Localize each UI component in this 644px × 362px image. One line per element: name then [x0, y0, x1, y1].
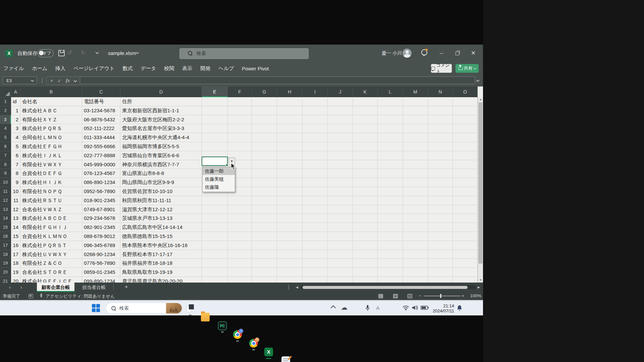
ribbon-tab-6[interactable]: データ [141, 65, 156, 72]
cell-E2[interactable] [202, 106, 228, 115]
cell-K2[interactable] [353, 106, 378, 115]
cell-J17[interactable] [328, 241, 353, 250]
cell-H2[interactable] [277, 106, 303, 115]
cell-O18[interactable] [453, 250, 478, 259]
cell-F1[interactable] [228, 97, 252, 106]
page-break-view-icon[interactable] [408, 294, 412, 298]
cell-G9[interactable] [252, 169, 277, 178]
vertical-scroll-thumb[interactable] [479, 103, 482, 263]
cell-K5[interactable] [353, 133, 378, 142]
cell-K17[interactable] [353, 241, 378, 250]
ribbon-tab-3[interactable]: 挿入 [55, 65, 65, 72]
speaker-icon[interactable] [412, 305, 418, 310]
cell-C18[interactable]: 0268-90-1234 [82, 250, 120, 259]
cell-A20[interactable]: 19 [11, 268, 20, 277]
cell-B2[interactable]: 株式会社ＡＢＣ [20, 106, 82, 115]
cell-E1[interactable] [202, 97, 228, 106]
row-header-10[interactable]: 10 [0, 178, 11, 187]
cell-M20[interactable] [403, 268, 428, 277]
row-header-14[interactable]: 14 [0, 214, 11, 223]
cell-H14[interactable] [277, 214, 303, 223]
cell-I1[interactable] [303, 97, 328, 106]
cell-I14[interactable] [303, 214, 328, 223]
horizontal-scrollbar[interactable] [301, 285, 476, 289]
cell-M5[interactable] [403, 133, 428, 142]
column-header-G[interactable]: G [252, 86, 277, 97]
cell-G8[interactable] [252, 160, 277, 169]
cell-F3[interactable] [228, 115, 252, 124]
cell-J18[interactable] [328, 250, 353, 259]
cell-M3[interactable] [403, 115, 428, 124]
cell-D1[interactable]: 住所 [120, 97, 202, 106]
cell-J2[interactable] [328, 106, 353, 115]
cell-M9[interactable] [403, 169, 428, 178]
cell-I20[interactable] [303, 268, 328, 277]
cell-C5[interactable]: 011-333-4444 [82, 133, 120, 142]
undo-icon[interactable]: ↺ [67, 49, 72, 56]
cell-C6[interactable]: 092-555-6666 [82, 142, 120, 151]
cell-O13[interactable] [453, 205, 478, 214]
cell-O16[interactable] [453, 232, 478, 241]
horizontal-scroll-thumb[interactable] [303, 286, 468, 289]
cell-F2[interactable] [228, 106, 252, 115]
row-header-18[interactable]: 18 [0, 250, 11, 259]
cell-O10[interactable] [453, 178, 478, 187]
cell-N1[interactable] [428, 97, 453, 106]
cell-L1[interactable] [378, 97, 403, 106]
cell-F13[interactable] [228, 205, 252, 214]
cell-G18[interactable] [252, 250, 277, 259]
column-header-N[interactable]: N [428, 86, 453, 97]
excel-app-icon[interactable]: X [5, 50, 13, 57]
cell-M17[interactable] [403, 241, 428, 250]
cell-B19[interactable]: 有限会社Ｚ＆ＣＯ [20, 259, 82, 268]
cell-M16[interactable] [403, 232, 428, 241]
cell-D7[interactable]: 宮城県仙台市青葉区6-6-6 [120, 151, 202, 160]
cell-I12[interactable] [303, 196, 328, 205]
cancel-entry-icon[interactable]: × [50, 78, 53, 83]
cell-B10[interactable]: 株式会社ＨＩＪＫ [20, 178, 82, 187]
cell-G4[interactable] [252, 124, 277, 133]
row-header-6[interactable]: 6 [0, 142, 11, 151]
dropdown-option-2[interactable]: 佐藤美穂 [203, 175, 235, 183]
cell-B9[interactable]: 合資会社ＤＥＦＧ [20, 169, 82, 178]
cell-N21[interactable] [428, 277, 453, 283]
cell-O4[interactable] [453, 124, 478, 133]
cell-H1[interactable] [277, 97, 303, 106]
cell-O8[interactable] [453, 160, 478, 169]
cell-E19[interactable] [202, 259, 228, 268]
cell-N4[interactable] [428, 124, 453, 133]
cell-O3[interactable] [453, 115, 478, 124]
dropdown-option-3[interactable]: 佐藤隆 [203, 183, 235, 191]
cell-K11[interactable] [353, 187, 378, 196]
cell-D11[interactable]: 佐賀県佐賀市10-10-10 [120, 187, 202, 196]
cell-B13[interactable]: 合名会社ＶＷＸＺ [20, 205, 82, 214]
lightbulb-icon[interactable] [421, 49, 427, 55]
cell-L19[interactable] [378, 259, 403, 268]
cell-O11[interactable] [453, 187, 478, 196]
cell-B12[interactable]: 株式会社ＲＳＴＵ [20, 196, 82, 205]
chrome-profile2-icon[interactable]: k [249, 339, 258, 348]
cell-O14[interactable] [453, 214, 478, 223]
cell-O7[interactable] [453, 151, 478, 160]
cell-I8[interactable] [303, 160, 328, 169]
search-highlight-image[interactable] [166, 303, 182, 314]
column-header-J[interactable]: J [328, 86, 353, 97]
redo-icon[interactable]: ↻ [81, 49, 86, 56]
cell-F12[interactable] [228, 196, 252, 205]
cell-N14[interactable] [428, 214, 453, 223]
cell-M8[interactable] [403, 160, 428, 169]
cell-L14[interactable] [378, 214, 403, 223]
cell-E15[interactable] [202, 223, 228, 232]
ribbon-tab-9[interactable]: 開発 [200, 65, 210, 72]
cell-H20[interactable] [277, 268, 303, 277]
cell-J9[interactable] [328, 169, 353, 178]
cell-E4[interactable] [202, 124, 228, 133]
wifi-icon[interactable] [402, 305, 409, 310]
cell-D2[interactable]: 東京都新宿区西新宿1-1-1 [120, 106, 202, 115]
cell-A19[interactable]: 18 [11, 259, 20, 268]
cell-N20[interactable] [428, 268, 453, 277]
cell-A14[interactable]: 13 [11, 214, 20, 223]
cell-L20[interactable] [378, 268, 403, 277]
file-explorer-icon[interactable] [201, 313, 210, 321]
cell-N11[interactable] [428, 187, 453, 196]
